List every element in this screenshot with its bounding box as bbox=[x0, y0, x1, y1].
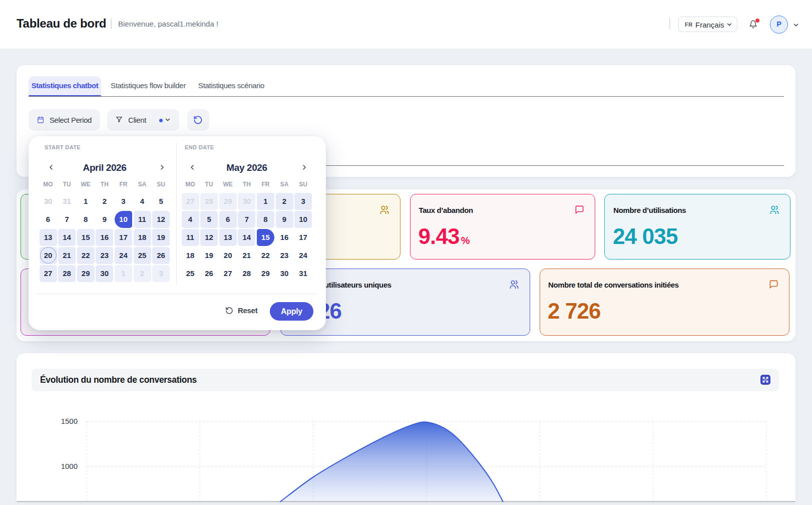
svg-text:1500: 1500 bbox=[61, 417, 78, 425]
svg-text:1000: 1000 bbox=[61, 462, 78, 470]
